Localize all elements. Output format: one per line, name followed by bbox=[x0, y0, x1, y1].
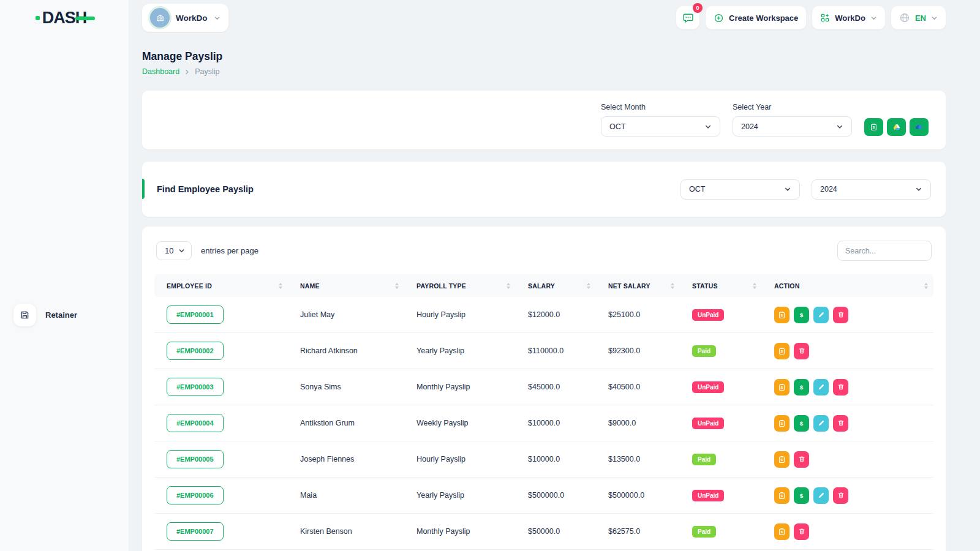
google-drive-button[interactable] bbox=[887, 118, 906, 136]
employee-id-button[interactable]: #EMP00007 bbox=[167, 522, 224, 541]
globe-icon bbox=[899, 12, 910, 23]
employee-id-button[interactable]: #EMP00002 bbox=[167, 342, 224, 360]
sort-icon[interactable] bbox=[924, 283, 928, 289]
circle-plus-icon bbox=[714, 13, 724, 23]
employee-id-button[interactable]: #EMP00004 bbox=[167, 414, 224, 432]
pencil-icon bbox=[818, 311, 825, 318]
trash-icon bbox=[837, 383, 845, 391]
delete-action-button[interactable] bbox=[794, 451, 809, 468]
svg-text:$: $ bbox=[781, 493, 783, 498]
employee-name: Sonya Sims bbox=[288, 369, 404, 405]
svg-text:$: $ bbox=[800, 383, 804, 390]
find-year-select[interactable]: 2024 bbox=[812, 179, 931, 200]
edit-action-button[interactable] bbox=[813, 379, 829, 395]
employee-id-button[interactable]: #EMP00001 bbox=[167, 305, 224, 324]
app-menu-button[interactable]: WorkDo bbox=[812, 6, 885, 29]
payslip-icon: $ bbox=[778, 419, 786, 427]
payslip-icon: $ bbox=[778, 492, 786, 500]
dollar-icon: $ bbox=[797, 311, 805, 319]
table-row: #EMP00005Joseph FiennesHourly Payslip$10… bbox=[154, 441, 933, 478]
table-row: #EMP00001Juliet MayHourly Payslip$12000.… bbox=[154, 297, 933, 333]
column-header-payroll-type[interactable]: PAYROLL TYPE bbox=[404, 274, 516, 297]
one-drive-button[interactable] bbox=[910, 118, 929, 136]
delete-action-button[interactable] bbox=[833, 307, 848, 323]
column-header-salary[interactable]: SALARY bbox=[516, 274, 596, 297]
pay-action-button[interactable]: $ bbox=[794, 307, 809, 323]
workspace-avatar bbox=[150, 8, 170, 28]
pay-action-button[interactable]: $ bbox=[794, 379, 809, 395]
delete-action-button[interactable] bbox=[833, 487, 848, 504]
select-month-label: Select Month bbox=[601, 103, 720, 111]
chevron-down-icon bbox=[836, 123, 843, 130]
salary-value: $12000.0 bbox=[516, 297, 596, 333]
sort-icon[interactable] bbox=[395, 283, 399, 289]
employee-id-button[interactable]: #EMP00005 bbox=[167, 450, 224, 468]
chevron-down-icon bbox=[931, 15, 938, 21]
month-select[interactable]: OCT bbox=[601, 116, 720, 137]
payslip-action-button[interactable]: $ bbox=[774, 343, 790, 359]
pay-action-button[interactable]: $ bbox=[794, 415, 809, 432]
action-buttons: $$ bbox=[774, 487, 933, 504]
employee-id-button[interactable]: #EMP00003 bbox=[167, 378, 224, 396]
find-month-select[interactable]: OCT bbox=[680, 179, 800, 200]
create-workspace-button[interactable]: Create Workspace bbox=[706, 6, 806, 29]
payslip-action-button[interactable]: $ bbox=[774, 379, 790, 395]
pay-action-button[interactable]: $ bbox=[794, 487, 809, 504]
brand-logo[interactable]: DASH bbox=[0, 0, 129, 36]
payslip-icon: $ bbox=[778, 455, 786, 463]
chevron-down-icon bbox=[915, 186, 922, 193]
sort-icon[interactable] bbox=[587, 283, 590, 289]
column-header-net-salary[interactable]: NET SALARY bbox=[596, 274, 680, 297]
delete-action-button[interactable] bbox=[833, 379, 848, 395]
create-workspace-label: Create Workspace bbox=[729, 13, 798, 23]
employee-id-button[interactable]: #EMP00006 bbox=[167, 486, 224, 504]
payslip-action-button[interactable]: $ bbox=[774, 415, 790, 432]
table-header-row: EMPLOYEE IDNAMEPAYROLL TYPESALARYNET SAL… bbox=[154, 274, 933, 297]
year-select[interactable]: 2024 bbox=[733, 116, 852, 137]
sidebar-item-retainer[interactable]: Retainer bbox=[0, 39, 129, 551]
svg-text:$: $ bbox=[781, 349, 783, 353]
payslip-action-button[interactable]: $ bbox=[774, 307, 790, 323]
sort-icon[interactable] bbox=[279, 283, 282, 289]
delete-action-button[interactable] bbox=[794, 523, 809, 540]
entries-value: 10 bbox=[165, 246, 173, 255]
messages-button[interactable]: 0 bbox=[676, 6, 699, 29]
topbar: WorkDo 0 Create Workspace WorkDo EN bbox=[142, 0, 946, 36]
workspace-switcher[interactable]: WorkDo bbox=[142, 4, 228, 32]
salary-value: $110000.0 bbox=[516, 333, 596, 369]
column-header-name[interactable]: NAME bbox=[288, 274, 404, 297]
payslip-action-button[interactable]: $ bbox=[774, 523, 790, 540]
employee-name: Richard Atkinson bbox=[288, 333, 404, 369]
search-input[interactable] bbox=[837, 241, 932, 261]
column-header-status[interactable]: STATUS bbox=[680, 274, 762, 297]
trash-icon bbox=[798, 347, 805, 354]
breadcrumb-dashboard-link[interactable]: Dashboard bbox=[142, 67, 179, 76]
svg-text:$: $ bbox=[873, 125, 875, 129]
delete-action-button[interactable] bbox=[794, 343, 809, 359]
edit-action-button[interactable] bbox=[813, 307, 829, 323]
salary-value: $10000.0 bbox=[516, 441, 596, 478]
sort-icon[interactable] bbox=[671, 283, 674, 289]
column-header-employee-id[interactable]: EMPLOYEE ID bbox=[154, 274, 288, 297]
chevron-down-icon bbox=[784, 186, 791, 193]
salary-value: $45000.0 bbox=[516, 369, 596, 405]
edit-action-button[interactable] bbox=[813, 487, 829, 504]
payslip-action-button[interactable]: $ bbox=[774, 487, 790, 504]
trash-icon bbox=[837, 492, 845, 499]
entries-per-page-select[interactable]: 10 bbox=[156, 241, 192, 260]
table-row: #EMP00006MaiaYearly Payslip$500000.0$500… bbox=[154, 478, 933, 514]
sort-icon[interactable] bbox=[753, 283, 756, 289]
sort-icon[interactable] bbox=[507, 283, 510, 289]
main-area: WorkDo 0 Create Workspace WorkDo EN bbox=[129, 0, 980, 551]
pencil-icon bbox=[818, 419, 825, 427]
dollar-icon: $ bbox=[797, 419, 805, 427]
edit-action-button[interactable] bbox=[813, 415, 829, 432]
generate-payslip-button[interactable]: $ bbox=[864, 118, 883, 136]
employee-name: Antikstion Grum bbox=[288, 405, 404, 441]
delete-action-button[interactable] bbox=[833, 415, 848, 432]
payslip-action-button[interactable]: $ bbox=[774, 451, 790, 468]
language-button[interactable]: EN bbox=[891, 6, 946, 29]
column-header-action[interactable]: ACTION bbox=[762, 274, 933, 297]
chevron-down-icon bbox=[178, 247, 185, 254]
svg-text:$: $ bbox=[781, 530, 783, 534]
